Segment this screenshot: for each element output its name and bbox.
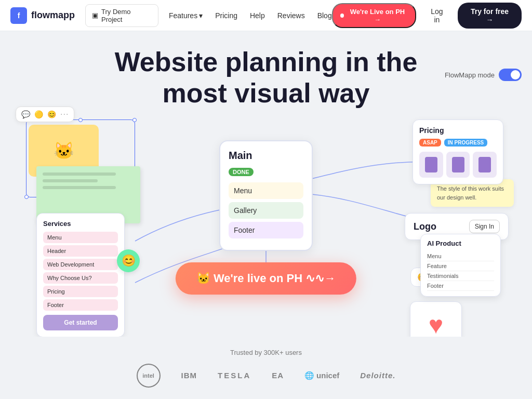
blog-link[interactable]: Blog (317, 11, 332, 20)
pricing-col-1 (419, 152, 443, 178)
handle-tm[interactable] (78, 118, 83, 122)
sticky-line-3 (43, 186, 116, 189)
demo-button[interactable]: ▣ Try Demo Project (85, 4, 158, 27)
tesla-logo: TESLA (218, 371, 251, 380)
service-webdev[interactable]: Web Development (43, 259, 118, 270)
toggle-switch[interactable] (499, 69, 522, 81)
service-menu[interactable]: Menu (43, 232, 118, 243)
service-why[interactable]: Why Choose Us? (43, 272, 118, 284)
services-card: Services Menu Header Web Development Why… (36, 213, 125, 337)
ai-item-menu[interactable]: Menu (427, 251, 494, 261)
signin-button[interactable]: Sign In (469, 220, 500, 233)
live-dot-icon (340, 14, 344, 18)
pricing-col-2 (446, 152, 470, 178)
logo-text: flowmapp (31, 10, 75, 21)
service-pricing[interactable]: Pricing (43, 286, 118, 297)
try-free-button[interactable]: Try for free → (458, 3, 522, 29)
bubble-icon: 💬 (21, 110, 30, 118)
left-controls-bar[interactable]: 💬 🟡 😊 ··· (16, 107, 74, 122)
login-button[interactable]: Log in (422, 4, 451, 27)
nav-right: We're Live on PH → Log in Try for free → (332, 3, 522, 29)
flowmapp-mode-toggle[interactable]: FlowMapp mode (445, 69, 522, 81)
sticky-line-2 (43, 179, 98, 182)
reviews-link[interactable]: Reviews (277, 11, 305, 20)
demo-icon: ▣ (92, 11, 98, 19)
card-item-menu[interactable]: Menu (229, 182, 303, 199)
brand-logos-row: intel IBM TESLA EA 🌐 unicef Deloitte. (137, 364, 396, 388)
get-started-button[interactable]: Get started (43, 315, 118, 330)
intel-logo: intel (137, 364, 161, 388)
navbar: f flowmapp ▣ Try Demo Project Features ▾… (0, 0, 532, 31)
ai-item-testimonials[interactable]: Testimonials (427, 271, 494, 281)
unicef-logo: 🌐 unicef (304, 371, 339, 380)
smiley-float: 😊 (117, 249, 140, 272)
deloitte-logo: Deloitte. (360, 371, 395, 380)
ai-product-card: AI Product Menu Feature Testimonials Foo… (420, 234, 501, 297)
canvas-area: FlowMapp mode Website planning in the mo… (0, 31, 532, 399)
more-icon[interactable]: ··· (60, 110, 69, 119)
hero-title: Website planning in the most visual way (115, 47, 418, 109)
nav-links: Features ▾ Pricing Help Reviews Blog (169, 11, 332, 20)
ea-logo: EA (272, 371, 284, 380)
pricing-card: Pricing ASAP IN PROGRESS (413, 119, 503, 184)
live-ph-button[interactable]: We're Live on PH → (332, 3, 416, 28)
note-text: The style of this work suits our design … (437, 185, 504, 201)
live-cta-button[interactable]: 🐱 We're live on PH ∿∿→ (176, 262, 356, 295)
handle-bl[interactable] (24, 195, 29, 199)
service-header[interactable]: Header (43, 245, 118, 257)
main-card: Main DONE Menu Gallery Footer (219, 140, 313, 251)
unicef-icon: 🌐 (304, 371, 314, 380)
ibm-logo: IBM (181, 371, 197, 380)
pricing-cols (419, 152, 497, 178)
chevron-down-icon: ▾ (199, 11, 203, 20)
ai-item-footer[interactable]: Footer (427, 281, 494, 291)
handle-tr[interactable] (132, 118, 137, 122)
card-item-gallery[interactable]: Gallery (229, 202, 303, 219)
ai-item-feature[interactable]: Feature (427, 261, 494, 271)
sticky-line-1 (43, 172, 116, 176)
help-link[interactable]: Help (250, 11, 265, 20)
emoji-icon: 😊 (47, 110, 56, 118)
features-link[interactable]: Features ▾ (169, 11, 203, 20)
heart-icon: ♥ (429, 311, 444, 339)
sticky-lines (36, 166, 140, 199)
pricing-badges: ASAP IN PROGRESS (419, 139, 497, 147)
circle-icon: 🟡 (34, 110, 43, 118)
pricing-link[interactable]: Pricing (215, 11, 237, 20)
card-item-footer[interactable]: Footer (229, 222, 303, 238)
service-footer[interactable]: Footer (43, 299, 118, 311)
trusted-section: Trusted by 300K+ users intel IBM TESLA E… (0, 337, 532, 399)
logo[interactable]: f flowmapp (10, 7, 75, 24)
pricing-col-3 (473, 152, 497, 178)
logo-icon: f (10, 7, 27, 24)
